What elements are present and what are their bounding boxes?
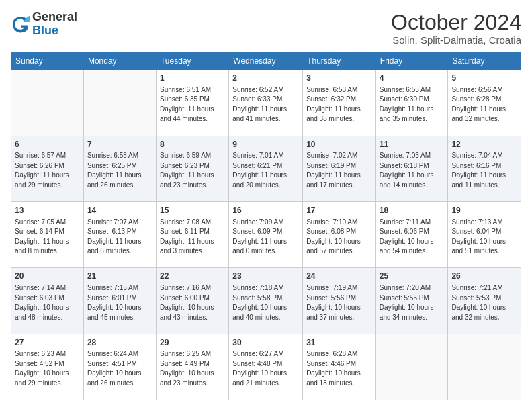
day-info: Sunrise: 7:21 AM Sunset: 5:53 PM Dayligh… [451,283,517,322]
calendar-week-1: 1Sunrise: 6:51 AM Sunset: 6:35 PM Daylig… [11,70,521,136]
calendar-cell: 27Sunrise: 6:23 AM Sunset: 4:52 PM Dayli… [11,334,84,400]
calendar-cell: 22Sunrise: 7:16 AM Sunset: 6:00 PM Dayli… [156,268,228,334]
col-monday: Monday [83,53,156,70]
day-number: 18 [380,205,445,216]
page: General Blue October 2024 Solin, Split-D… [0,0,532,411]
calendar-cell [11,70,84,136]
day-info: Sunrise: 7:03 AM Sunset: 6:18 PM Dayligh… [380,151,445,190]
logo-icon [11,15,30,34]
day-info: Sunrise: 7:07 AM Sunset: 6:13 PM Dayligh… [87,218,152,257]
day-number: 19 [451,205,517,216]
calendar-cell: 31Sunrise: 6:28 AM Sunset: 4:46 PM Dayli… [303,334,376,400]
day-number: 15 [160,205,225,216]
calendar-week-5: 27Sunrise: 6:23 AM Sunset: 4:52 PM Dayli… [11,334,521,400]
day-number: 2 [232,73,299,84]
logo-text: General Blue [32,11,77,38]
day-info: Sunrise: 7:16 AM Sunset: 6:00 PM Dayligh… [160,283,225,322]
day-number: 28 [87,337,152,349]
day-info: Sunrise: 7:05 AM Sunset: 6:14 PM Dayligh… [15,218,80,257]
col-thursday: Thursday [303,53,376,70]
day-info: Sunrise: 6:24 AM Sunset: 4:51 PM Dayligh… [87,349,152,388]
calendar-header-row: Sunday Monday Tuesday Wednesday Thursday… [11,53,521,70]
col-wednesday: Wednesday [229,53,303,70]
calendar-cell: 11Sunrise: 7:03 AM Sunset: 6:18 PM Dayli… [375,136,448,201]
calendar-cell: 19Sunrise: 7:13 AM Sunset: 6:04 PM Dayli… [448,201,521,267]
calendar-cell: 2Sunrise: 6:52 AM Sunset: 6:33 PM Daylig… [229,70,303,136]
day-number: 30 [232,337,299,349]
day-number: 7 [87,139,152,150]
calendar-cell: 5Sunrise: 6:56 AM Sunset: 6:28 PM Daylig… [448,70,521,136]
header: General Blue October 2024 Solin, Split-D… [11,11,521,46]
day-info: Sunrise: 7:15 AM Sunset: 6:01 PM Dayligh… [87,283,152,322]
calendar-cell [83,70,156,136]
main-title: October 2024 [391,11,521,34]
calendar-cell: 25Sunrise: 7:20 AM Sunset: 5:55 PM Dayli… [375,268,448,334]
logo-general: General [32,11,77,24]
calendar-table: Sunday Monday Tuesday Wednesday Thursday… [11,52,521,400]
calendar-cell: 7Sunrise: 6:58 AM Sunset: 6:25 PM Daylig… [83,136,156,201]
day-number: 16 [232,205,299,216]
day-number: 13 [15,205,80,216]
calendar-cell: 29Sunrise: 6:25 AM Sunset: 4:49 PM Dayli… [156,334,228,400]
calendar-cell: 21Sunrise: 7:15 AM Sunset: 6:01 PM Dayli… [83,268,156,334]
calendar-cell: 26Sunrise: 7:21 AM Sunset: 5:53 PM Dayli… [448,268,521,334]
day-number: 8 [160,139,225,150]
day-info: Sunrise: 6:28 AM Sunset: 4:46 PM Dayligh… [306,349,372,388]
calendar-cell: 6Sunrise: 6:57 AM Sunset: 6:26 PM Daylig… [11,136,84,201]
col-friday: Friday [375,53,448,70]
day-number: 4 [380,73,445,84]
day-info: Sunrise: 7:14 AM Sunset: 6:03 PM Dayligh… [15,283,80,322]
calendar-cell: 9Sunrise: 7:01 AM Sunset: 6:21 PM Daylig… [229,136,303,201]
day-info: Sunrise: 6:53 AM Sunset: 6:32 PM Dayligh… [306,85,372,124]
calendar-week-4: 20Sunrise: 7:14 AM Sunset: 6:03 PM Dayli… [11,268,521,334]
day-number: 23 [232,271,299,282]
day-info: Sunrise: 6:55 AM Sunset: 6:30 PM Dayligh… [380,85,445,124]
calendar-cell: 8Sunrise: 6:59 AM Sunset: 6:23 PM Daylig… [156,136,228,201]
calendar-cell: 12Sunrise: 7:04 AM Sunset: 6:16 PM Dayli… [448,136,521,201]
calendar-cell: 23Sunrise: 7:18 AM Sunset: 5:58 PM Dayli… [229,268,303,334]
day-info: Sunrise: 7:19 AM Sunset: 5:56 PM Dayligh… [306,283,372,322]
day-info: Sunrise: 6:23 AM Sunset: 4:52 PM Dayligh… [15,349,80,388]
calendar-cell: 16Sunrise: 7:09 AM Sunset: 6:09 PM Dayli… [229,201,303,267]
day-number: 6 [15,139,80,150]
day-number: 1 [160,73,225,84]
day-number: 3 [306,73,372,84]
day-number: 9 [232,139,299,150]
day-info: Sunrise: 6:52 AM Sunset: 6:33 PM Dayligh… [232,85,299,124]
day-number: 29 [160,337,225,349]
calendar-cell: 30Sunrise: 6:27 AM Sunset: 4:48 PM Dayli… [229,334,303,400]
day-info: Sunrise: 7:01 AM Sunset: 6:21 PM Dayligh… [232,151,299,190]
day-info: Sunrise: 7:11 AM Sunset: 6:06 PM Dayligh… [380,218,445,257]
col-sunday: Sunday [11,53,84,70]
day-number: 10 [306,139,372,150]
calendar-cell: 10Sunrise: 7:02 AM Sunset: 6:19 PM Dayli… [303,136,376,201]
calendar-week-2: 6Sunrise: 6:57 AM Sunset: 6:26 PM Daylig… [11,136,521,201]
logo: General Blue [11,11,77,38]
day-info: Sunrise: 6:57 AM Sunset: 6:26 PM Dayligh… [15,151,80,190]
calendar-cell: 13Sunrise: 7:05 AM Sunset: 6:14 PM Dayli… [11,201,84,267]
day-number: 14 [87,205,152,216]
calendar-cell: 4Sunrise: 6:55 AM Sunset: 6:30 PM Daylig… [375,70,448,136]
day-info: Sunrise: 7:08 AM Sunset: 6:11 PM Dayligh… [160,218,225,257]
logo-blue: Blue [32,24,77,38]
day-number: 21 [87,271,152,282]
day-info: Sunrise: 6:25 AM Sunset: 4:49 PM Dayligh… [160,349,225,388]
day-info: Sunrise: 7:02 AM Sunset: 6:19 PM Dayligh… [306,151,372,190]
calendar-cell [375,334,448,400]
day-number: 26 [451,271,517,282]
calendar-cell: 14Sunrise: 7:07 AM Sunset: 6:13 PM Dayli… [83,201,156,267]
day-info: Sunrise: 7:09 AM Sunset: 6:09 PM Dayligh… [232,218,299,257]
calendar-cell [448,334,521,400]
day-number: 25 [380,271,445,282]
calendar-cell: 24Sunrise: 7:19 AM Sunset: 5:56 PM Dayli… [303,268,376,334]
day-number: 22 [160,271,225,282]
day-number: 31 [306,337,372,349]
calendar-cell: 17Sunrise: 7:10 AM Sunset: 6:08 PM Dayli… [303,201,376,267]
day-number: 27 [15,337,80,349]
day-info: Sunrise: 6:56 AM Sunset: 6:28 PM Dayligh… [451,85,517,124]
calendar-cell: 18Sunrise: 7:11 AM Sunset: 6:06 PM Dayli… [375,201,448,267]
day-number: 24 [306,271,372,282]
day-info: Sunrise: 7:20 AM Sunset: 5:55 PM Dayligh… [380,283,445,322]
title-block: October 2024 Solin, Split-Dalmatia, Croa… [391,11,521,46]
day-number: 20 [15,271,80,282]
